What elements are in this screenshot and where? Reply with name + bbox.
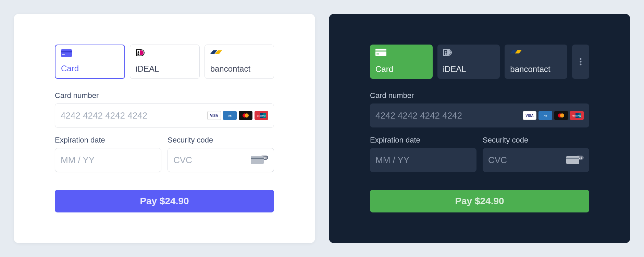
unionpay-icon: UnionPay xyxy=(570,111,584,120)
expiration-placeholder: MM / YY xyxy=(375,155,471,166)
card-icon xyxy=(375,49,386,56)
amex-icon: AE xyxy=(538,111,552,120)
svg-point-3 xyxy=(138,51,139,53)
tab-bancontact[interactable]: bancontact xyxy=(205,45,274,79)
tab-ideal[interactable]: iDEAL xyxy=(437,45,500,79)
payment-form-light: Card iDEAL bancontact Card number 4242 4… xyxy=(14,14,315,243)
cvc-hint-icon: 135 xyxy=(566,156,584,164)
svg-point-18 xyxy=(580,58,582,60)
expiration-label: Expiration date xyxy=(55,136,161,145)
kebab-icon xyxy=(580,58,582,66)
svg-text:UnionPay: UnionPay xyxy=(572,115,581,117)
svg-rect-13 xyxy=(375,49,386,56)
mastercard-icon xyxy=(554,111,568,120)
tab-bancontact[interactable]: bancontact xyxy=(505,45,567,79)
mastercard-icon xyxy=(239,111,252,120)
pay-button-label: Pay $24.90 xyxy=(455,196,504,207)
svg-point-19 xyxy=(580,61,582,63)
card-number-placeholder: 4242 4242 4242 4242 xyxy=(375,110,523,121)
svg-rect-15 xyxy=(376,53,379,54)
cvc-field: Security code CVC 135 xyxy=(168,136,274,172)
pay-button[interactable]: Pay $24.90 xyxy=(370,190,589,212)
pay-button[interactable]: Pay $24.90 xyxy=(55,190,274,212)
svg-text:UnionPay: UnionPay xyxy=(257,115,266,117)
svg-rect-1 xyxy=(61,51,72,52)
card-number-field: Card number 4242 4242 4242 4242 VISA AE … xyxy=(370,91,589,127)
tab-card[interactable]: Card xyxy=(55,45,125,79)
svg-rect-4 xyxy=(138,53,139,55)
payment-method-tabs: Card iDEAL bancontact xyxy=(55,45,274,79)
more-methods-button[interactable] xyxy=(572,45,589,79)
svg-text:AE: AE xyxy=(228,114,232,117)
ideal-icon xyxy=(136,49,147,57)
svg-rect-14 xyxy=(375,50,386,52)
cvc-placeholder: CVC xyxy=(173,155,251,166)
expiration-input[interactable]: MM / YY xyxy=(370,148,476,172)
cvc-input[interactable]: CVC 135 xyxy=(483,148,589,172)
tab-card-label: Card xyxy=(61,64,119,73)
svg-point-16 xyxy=(445,51,446,53)
tab-ideal-label: iDEAL xyxy=(443,64,495,74)
card-brand-logos: VISA AE UnionPay xyxy=(207,111,268,120)
tab-ideal[interactable]: iDEAL xyxy=(130,45,199,79)
visa-icon: VISA xyxy=(523,111,536,120)
svg-point-8 xyxy=(245,113,249,118)
card-icon xyxy=(61,49,72,57)
svg-text:AE: AE xyxy=(544,114,547,117)
ideal-icon xyxy=(443,49,454,56)
svg-rect-2 xyxy=(62,54,65,55)
expiration-field: Expiration date MM / YY xyxy=(55,136,161,172)
expiration-input[interactable]: MM / YY xyxy=(55,148,161,172)
expiration-label: Expiration date xyxy=(370,136,476,145)
cvc-input[interactable]: CVC 135 xyxy=(168,148,274,172)
card-number-input[interactable]: 4242 4242 4242 4242 VISA AE UnionPay xyxy=(55,103,274,127)
card-brand-logos: VISA AE UnionPay xyxy=(523,111,584,120)
card-number-placeholder: 4242 4242 4242 4242 xyxy=(61,110,207,121)
card-number-input[interactable]: 4242 4242 4242 4242 VISA AE UnionPay xyxy=(370,103,589,127)
svg-rect-17 xyxy=(445,53,446,55)
bancontact-icon xyxy=(510,49,521,56)
card-number-label: Card number xyxy=(55,91,274,100)
cvc-placeholder: CVC xyxy=(488,155,566,166)
card-number-label: Card number xyxy=(370,91,589,100)
expiration-field: Expiration date MM / YY xyxy=(370,136,476,172)
tab-card[interactable]: Card xyxy=(370,45,433,79)
amex-icon: AE xyxy=(223,111,237,120)
tab-card-label: Card xyxy=(375,64,427,74)
unionpay-icon: UnionPay xyxy=(255,111,268,120)
payment-method-tabs: Card iDEAL bancontact xyxy=(370,45,589,79)
cvc-hint-icon: 135 xyxy=(251,156,268,164)
svg-point-20 xyxy=(580,64,582,65)
expiration-placeholder: MM / YY xyxy=(61,155,156,166)
bancontact-icon xyxy=(210,49,221,57)
pay-button-label: Pay $24.90 xyxy=(140,196,189,207)
payment-form-dark: Card iDEAL bancontact Card number 4242 4… xyxy=(329,14,630,243)
cvc-field: Security code CVC 135 xyxy=(483,136,589,172)
tab-ideal-label: iDEAL xyxy=(136,64,194,74)
tab-bancontact-label: bancontact xyxy=(510,64,562,74)
visa-icon: VISA xyxy=(207,111,221,120)
cvc-label: Security code xyxy=(168,136,274,145)
svg-point-24 xyxy=(560,113,564,118)
tab-bancontact-label: bancontact xyxy=(210,64,268,74)
svg-rect-0 xyxy=(61,49,72,57)
card-number-field: Card number 4242 4242 4242 4242 VISA AE … xyxy=(55,91,274,127)
cvc-label: Security code xyxy=(483,136,589,145)
